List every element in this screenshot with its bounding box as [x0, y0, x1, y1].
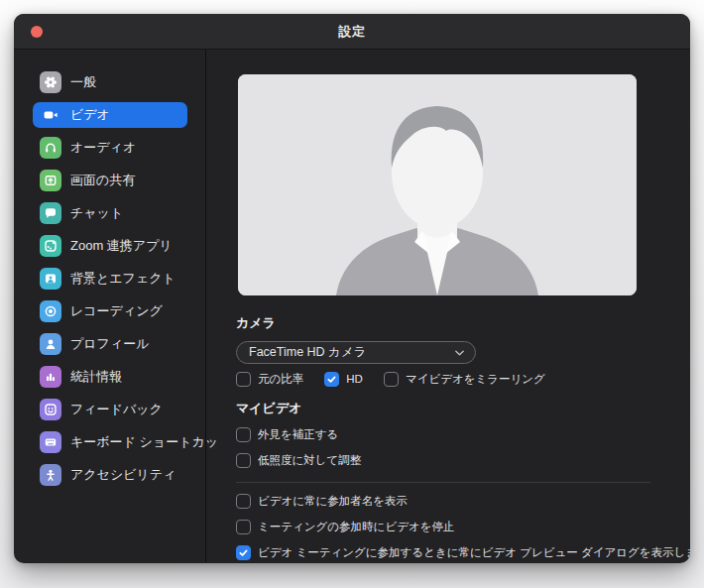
checkbox-row-touch-up-appearance[interactable]: 外見を補正する [236, 426, 361, 442]
sidebar-item-label: 一般 [70, 73, 96, 91]
camera-options-group: 元の比率 HD マイビデオをミラーリング [236, 371, 566, 387]
sidebar-item-video[interactable]: ビデオ [33, 102, 187, 128]
checkbox-row-stop-video-when-joining[interactable]: ミーティングの参加時にビデオを停止 [236, 519, 690, 534]
checkbox-original-ratio[interactable] [236, 372, 251, 387]
checkbox-row-always-show-video-preview-dialog[interactable]: ビデオ ミーティングに参加するときに常にビデオ プレビュー ダイアログを表示しま… [236, 544, 690, 560]
checkbox-mirror-my-video[interactable] [384, 372, 399, 387]
video-preview [238, 74, 637, 295]
checkbox-row-always-display-participant-names[interactable]: ビデオに常に参加者名を表示 [236, 493, 690, 509]
chevron-down-icon [454, 349, 465, 357]
gear-icon [40, 71, 61, 93]
checkbox-always-display-participant-names[interactable] [236, 494, 251, 509]
sidebar-item-background-effects[interactable]: 背景とエフェクト [33, 266, 187, 292]
checkbox-hd[interactable] [324, 372, 339, 387]
checkbox-label: HD [346, 373, 363, 385]
camera-select[interactable]: FaceTime HD カメラ [236, 341, 476, 364]
settings-window: 設定 一般 ビデオ オーディオ 画面の共有 チャット Zoom 連携アプリ 背景… [14, 14, 690, 563]
meeting-video-options-group: ビデオに常に参加者名を表示 ミーティングの参加時にビデオを停止 ビデオ ミーティ… [236, 493, 690, 563]
my-video-options-group: 外見を補正する 低照度に対して調整 [236, 426, 361, 478]
sidebar-item-label: ビデオ [70, 106, 110, 124]
section-divider [236, 482, 650, 483]
sidebar-item-zoom-apps[interactable]: Zoom 連携アプリ [33, 233, 187, 259]
sidebar-item-label: フィードバック [70, 401, 163, 418]
sidebar: 一般 ビデオ オーディオ 画面の共有 チャット Zoom 連携アプリ 背景とエフ… [14, 50, 205, 562]
checkbox-adjust-low-light[interactable] [236, 453, 251, 468]
checkbox-label: マイビデオをミラーリング [406, 372, 545, 387]
checkbox-label: 低照度に対して調整 [258, 453, 361, 468]
screen-share-icon [40, 170, 61, 191]
checkbox-label: 元の比率 [258, 372, 303, 387]
profile-icon [40, 333, 61, 355]
sidebar-item-label: チャット [70, 204, 123, 222]
checkbox-label: ビデオに常に参加者名を表示 [258, 494, 408, 509]
sidebar-item-label: キーボード ショートカッ [70, 433, 218, 451]
chat-bubble-icon [40, 202, 61, 224]
checkbox-always-show-video-preview-dialog[interactable] [236, 545, 251, 560]
sidebar-item-label: 背景とエフェクト [70, 270, 176, 288]
checkbox-label: 外見を補正する [258, 427, 338, 442]
sidebar-item-recording[interactable]: レコーディング [33, 298, 187, 324]
keyboard-icon [40, 431, 61, 453]
sidebar-item-screen-share[interactable]: 画面の共有 [33, 168, 187, 193]
sidebar-item-label: Zoom 連携アプリ [70, 237, 173, 255]
smiley-icon [40, 399, 61, 420]
sidebar-item-label: プロフィール [70, 335, 150, 353]
checkbox-row-adjust-low-light[interactable]: 低照度に対して調整 [236, 452, 361, 468]
accessibility-icon [40, 464, 61, 486]
sidebar-item-audio[interactable]: オーディオ [33, 135, 187, 161]
camera-select-value: FaceTime HD カメラ [249, 344, 454, 361]
sidebar-item-chat[interactable]: チャット [33, 200, 187, 226]
main-panel: カメラ FaceTime HD カメラ 元の比率 HD マイビデオをミラーリング… [206, 50, 690, 562]
avatar-silhouette [238, 74, 637, 295]
headphones-icon [40, 137, 61, 159]
sidebar-item-statistics[interactable]: 統計情報 [33, 364, 187, 390]
window-title: 設定 [339, 23, 366, 41]
sidebar-item-label: アクセシビリティ [70, 466, 176, 484]
video-camera-icon [40, 104, 61, 126]
checkbox-row-hd[interactable]: HD [324, 371, 363, 387]
sidebar-item-feedback[interactable]: フィードバック [33, 397, 187, 422]
checkbox-label: ミーティングの参加時にビデオを停止 [258, 520, 454, 534]
zoom-apps-icon [40, 235, 61, 257]
sidebar-item-label: オーディオ [70, 139, 136, 157]
bar-chart-icon [40, 366, 61, 388]
sidebar-item-general[interactable]: 一般 [33, 69, 187, 95]
checkbox-stop-video-when-joining[interactable] [236, 520, 251, 534]
sidebar-item-label: レコーディング [70, 302, 163, 320]
checkbox-touch-up-appearance[interactable] [236, 427, 251, 442]
checkbox-row-original-ratio[interactable]: 元の比率 [236, 371, 303, 387]
camera-section-label: カメラ [236, 314, 276, 332]
close-button[interactable] [31, 26, 43, 38]
sidebar-item-accessibility[interactable]: アクセシビリティ [33, 462, 187, 488]
sidebar-item-profile[interactable]: プロフィール [33, 331, 187, 357]
checkbox-row-mirror-my-video[interactable]: マイビデオをミラーリング [384, 371, 545, 387]
background-effects-icon [40, 268, 61, 290]
record-icon [40, 300, 61, 322]
titlebar: 設定 [14, 14, 690, 50]
checkbox-label: ビデオ ミーティングに参加するときに常にビデオ プレビュー ダイアログを表示しま… [258, 545, 690, 560]
my-video-section-label: マイビデオ [236, 400, 302, 417]
sidebar-item-label: 画面の共有 [70, 172, 135, 189]
sidebar-item-keyboard-shortcuts[interactable]: キーボード ショートカッ [33, 429, 187, 455]
sidebar-item-label: 統計情報 [70, 368, 122, 386]
